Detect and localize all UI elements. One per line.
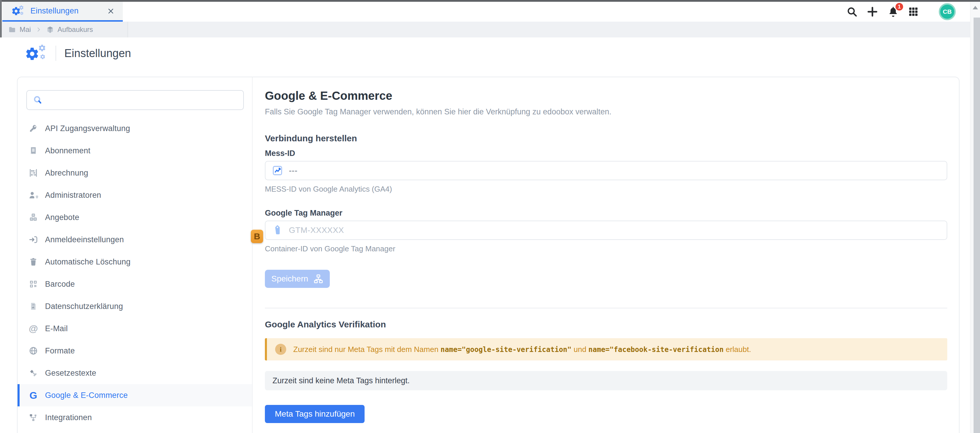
sidebar-item-abonnement[interactable]: Abonnement bbox=[18, 139, 252, 162]
tag-icon bbox=[272, 225, 283, 236]
sidebar-item-anmeldeeinstellungen[interactable]: Anmeldeeinstellungen bbox=[18, 228, 252, 251]
receipt-icon bbox=[28, 146, 38, 155]
connection-title: Verbindung herstellen bbox=[265, 133, 947, 144]
scrollbar[interactable] bbox=[970, 2, 980, 433]
tab-title: Einstellungen bbox=[30, 6, 79, 16]
folder-icon bbox=[8, 26, 16, 34]
search-icon[interactable] bbox=[846, 6, 858, 18]
save-button-label: Speichern bbox=[271, 274, 308, 283]
breadcrumb-bar: Mai Aufbaukurs bbox=[0, 22, 980, 37]
globe-icon bbox=[28, 346, 38, 355]
window-top-edge bbox=[0, 0, 980, 2]
sign-in-icon bbox=[28, 235, 38, 244]
breadcrumb-item-mai[interactable]: Mai bbox=[8, 26, 31, 34]
window-left-edge bbox=[0, 0, 2, 37]
google-g-icon: G bbox=[28, 390, 38, 401]
sidebar-search-input[interactable] bbox=[47, 96, 237, 105]
notification-badge: 1 bbox=[895, 2, 904, 11]
page-header: Einstellungen bbox=[25, 43, 131, 63]
tab-einstellungen[interactable]: Einstellungen bbox=[2, 2, 123, 22]
mess-id-label: Mess-ID bbox=[265, 149, 947, 158]
scroll-up-arrow-icon[interactable] bbox=[973, 6, 978, 10]
meta-tags-empty-state: Zurzeit sind keine Meta Tags hinterlegt. bbox=[265, 371, 947, 390]
gtm-label: Google Tag Manager bbox=[265, 208, 947, 218]
verification-notice: i Zurzeit sind nur Meta Tags mit dem Nam… bbox=[265, 338, 947, 360]
section-divider bbox=[265, 308, 947, 308]
key-icon bbox=[28, 124, 38, 133]
close-icon[interactable] bbox=[107, 7, 115, 16]
sidebar-item-gesetzestexte[interactable]: Gesetzestexte bbox=[18, 362, 252, 384]
sidebar-item-google-ecommerce[interactable]: G Google & E-Commerce bbox=[18, 384, 252, 406]
notifications-bell-icon[interactable]: 1 bbox=[887, 6, 899, 18]
mess-id-helper: MESS-ID von Google Analytics (GA4) bbox=[265, 184, 947, 194]
admin-user-icon bbox=[28, 190, 38, 200]
barcode-icon bbox=[28, 280, 38, 289]
annotation-marker-b[interactable]: B bbox=[251, 230, 263, 243]
settings-card: API Zugangsverwaltung Abonnement Abrechn… bbox=[17, 77, 959, 433]
gears-icon bbox=[11, 5, 25, 17]
page-title: Einstellungen bbox=[64, 47, 131, 60]
sidebar-item-angebote[interactable]: Angebote bbox=[18, 206, 252, 228]
sidebar-item-administratoren[interactable]: Administratoren bbox=[18, 184, 252, 206]
tab-bar: Einstellungen bbox=[2, 2, 980, 22]
main-content: Google & E-Commerce Falls Sie Google Tag… bbox=[265, 77, 959, 433]
settings-sidebar: API Zugangsverwaltung Abonnement Abrechn… bbox=[18, 77, 253, 433]
sitemap-icon bbox=[313, 274, 323, 284]
sidebar-item-datenschutzerklaerung[interactable]: Datenschutzerklärung bbox=[18, 295, 252, 318]
apps-grid-icon[interactable] bbox=[908, 6, 919, 17]
mess-id-input[interactable] bbox=[289, 166, 940, 175]
search-icon bbox=[33, 95, 43, 105]
sidebar-nav: API Zugangsverwaltung Abonnement Abrechn… bbox=[18, 117, 252, 428]
sidebar-item-abrechnung[interactable]: Abrechnung bbox=[18, 162, 252, 184]
sidebar-search bbox=[26, 90, 244, 110]
integrations-icon bbox=[28, 413, 38, 422]
settings-gears-icon bbox=[25, 44, 47, 62]
at-sign-icon: @ bbox=[28, 323, 38, 334]
package-icon bbox=[46, 26, 54, 34]
notice-text: Zurzeit sind nur Meta Tags mit dem Namen… bbox=[293, 344, 751, 355]
section-heading: Google & E-Commerce bbox=[265, 88, 947, 103]
breadcrumb-item-aufbaukurs[interactable]: Aufbaukurs bbox=[46, 26, 93, 34]
add-icon[interactable] bbox=[866, 6, 878, 18]
topbar-actions: 1 CB bbox=[846, 2, 956, 22]
chevron-right-icon bbox=[36, 27, 41, 32]
breadcrumb: Mai Aufbaukurs bbox=[2, 22, 128, 37]
mess-id-inputbox bbox=[265, 161, 947, 180]
gtm-helper: Container-ID von Google Tag Manager bbox=[265, 244, 947, 253]
sidebar-item-barcode[interactable]: Barcode bbox=[18, 273, 252, 295]
verification-title: Google Analytics Verifikation bbox=[265, 319, 947, 330]
gavel-icon bbox=[28, 368, 38, 378]
add-meta-tags-button[interactable]: Meta Tags hinzufügen bbox=[265, 405, 364, 423]
abacus-icon bbox=[28, 168, 38, 177]
scrollbar-thumb[interactable] bbox=[974, 18, 980, 433]
info-icon: i bbox=[275, 344, 286, 355]
avatar[interactable]: CB bbox=[939, 3, 956, 20]
sidebar-item-api-zugangsverwaltung[interactable]: API Zugangsverwaltung bbox=[18, 117, 252, 139]
sidebar-item-integrationen[interactable]: Integrationen bbox=[18, 406, 252, 428]
sidebar-item-email[interactable]: @ E-Mail bbox=[18, 318, 252, 340]
trash-icon bbox=[28, 257, 38, 267]
header-divider bbox=[56, 46, 56, 61]
save-button[interactable]: Speichern bbox=[265, 270, 330, 288]
sidebar-item-automatische-loeschung[interactable]: Automatische Löschung bbox=[18, 251, 252, 273]
cubes-icon bbox=[28, 213, 38, 222]
gtm-input[interactable] bbox=[289, 225, 940, 235]
sidebar-item-formate[interactable]: Formate bbox=[18, 340, 252, 362]
section-description: Falls Sie Google Tag Manager verwenden, … bbox=[265, 107, 947, 117]
analytics-chart-icon bbox=[272, 165, 283, 176]
gtm-inputbox bbox=[265, 220, 947, 240]
privacy-document-icon bbox=[28, 302, 38, 311]
